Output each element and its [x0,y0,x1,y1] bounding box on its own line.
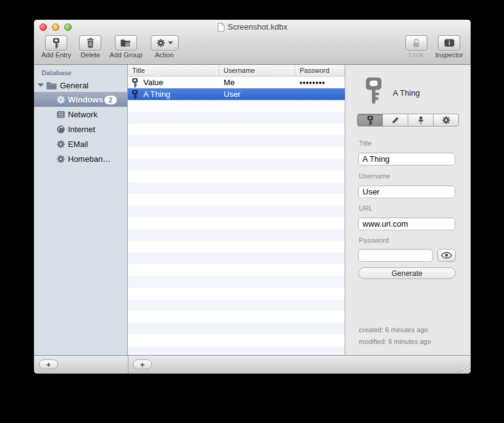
title-field[interactable] [358,153,455,165]
delete-button[interactable]: Delete [79,35,101,59]
toolbar-label: Lock [409,51,423,59]
column-header-password[interactable]: Password [295,65,345,76]
window-title: Screenshot.kdbx [228,22,288,31]
table-row[interactable]: Value Me •••••••• [128,77,345,88]
inspector-toggle-button[interactable]: Inspector [435,35,463,59]
inspector-panel: A Thing Title Username URL [345,65,471,355]
username-field[interactable] [358,185,455,198]
sidebar-item-label: General [60,81,88,90]
add-group-button[interactable]: Add Group [109,35,142,59]
tab-notes[interactable] [383,114,408,126]
toolbar-label: Action [155,51,174,59]
disclosure-triangle-icon[interactable] [38,83,44,87]
window-title-area: Screenshot.kdbx [34,20,471,34]
reveal-password-button[interactable] [437,249,456,262]
trash-icon [86,38,95,48]
window-chrome: Screenshot.kdbx Add Entry Delete Add Gro… [34,20,471,65]
resize-grip[interactable] [462,365,470,373]
entry-password-dots: •••••••• [295,78,345,87]
toolbar-label: Add Entry [41,51,71,59]
generate-label: Generate [392,269,422,278]
username-field-label: Username [359,172,390,180]
table-body: Value Me •••••••• A Thing User [128,77,345,355]
password-field[interactable] [358,249,433,262]
sidebar-item-label: Homeban… [68,154,111,164]
sidebar-item-network[interactable]: Network [34,107,127,122]
column-header-title[interactable]: Title [128,65,219,76]
sidebar-section-header: Database [34,65,127,77]
entry-table: Title Username Password Value Me •••••••… [128,65,345,355]
inspector-entry-title: A Thing [393,88,420,98]
generate-password-button[interactable]: Generate [358,267,456,279]
app-window: Screenshot.kdbx Add Entry Delete Add Gro… [34,20,471,374]
sidebar-item-label: Windows [68,95,103,104]
bottom-bar: + + [34,355,471,374]
gear-icon [156,38,166,48]
sidebar-item-homebanking[interactable]: Homeban… [34,151,127,166]
modified-timestamp: modified: 6 minutes ago [359,338,431,345]
gear-icon [442,115,451,125]
pin-icon [416,115,426,125]
server-icon [56,110,65,119]
toolbar: Add Entry Delete Add Group Action Lock [34,35,471,64]
url-field[interactable] [358,217,455,230]
key-icon [132,90,138,99]
tab-settings[interactable] [434,114,458,126]
add-group-plus-button[interactable]: + [39,359,58,369]
entry-count-badge: 2 [104,96,117,104]
key-icon [52,38,60,49]
sidebar-item-label: Internet [68,125,95,134]
inspector-tab-bar [357,114,459,127]
sidebar-item-windows[interactable]: Windows 2 [34,92,127,107]
add-entry-plus-button[interactable]: + [133,359,152,369]
folder-plus-icon [120,38,131,48]
chevron-down-icon [168,41,173,44]
key-icon [364,75,383,106]
entry-title: A Thing [143,90,170,99]
key-icon [367,115,374,125]
tab-attachments[interactable] [408,114,434,126]
gear-icon [56,95,65,104]
created-timestamp: created: 6 minutes ago [359,326,428,333]
add-entry-button[interactable]: Add Entry [41,35,71,59]
folder-icon [46,82,57,90]
document-icon [217,23,225,31]
sidebar-item-label: EMail [68,140,88,149]
entry-title: Value [143,78,163,87]
gear-icon [56,140,65,149]
content-area: Database General Windows 2 Network Inter… [34,65,471,355]
password-field-label: Password [359,237,388,244]
info-icon [444,39,455,47]
column-header-username[interactable]: Username [219,65,295,76]
globe-icon [56,125,65,134]
tab-general[interactable] [358,114,383,126]
sidebar-item-internet[interactable]: Internet [34,122,127,136]
key-icon [132,78,138,88]
entry-username: Me [219,78,295,87]
gear-icon [56,154,65,164]
lock-button: Lock [405,35,427,59]
padlock-open-icon [412,38,421,48]
title-field-label: Title [359,140,371,147]
titlebar[interactable]: Screenshot.kdbx [34,20,471,34]
eye-icon [441,252,452,259]
toolbar-label: Add Group [109,51,142,59]
url-field-label: URL [359,204,372,212]
table-header: Title Username Password [128,65,345,77]
entry-username: User [219,90,295,99]
sidebar-item-label: Network [68,110,98,119]
bottom-bar-divider [128,356,128,374]
toolbar-label: Delete [80,51,100,59]
sidebar-item-email[interactable]: EMail [34,136,127,151]
toolbar-label: Inspector [435,51,463,59]
table-row-selected[interactable]: A Thing User [128,88,345,100]
pencil-icon [391,115,400,125]
group-sidebar: Database General Windows 2 Network Inter… [34,65,128,355]
action-menu-button[interactable]: Action [151,35,178,59]
sidebar-item-general[interactable]: General [34,78,127,92]
